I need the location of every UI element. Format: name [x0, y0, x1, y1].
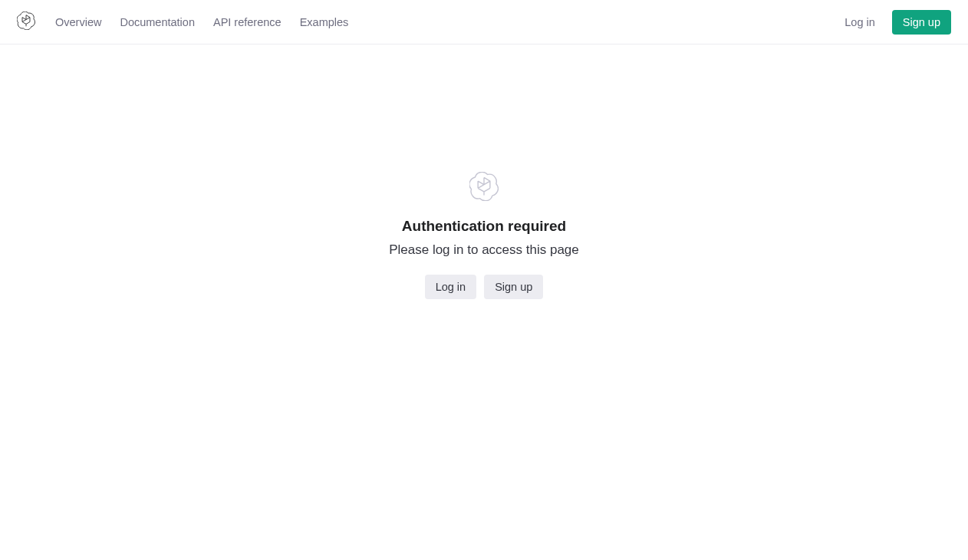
auth-required-panel: Authentication required Please log in to… [0, 172, 968, 299]
login-button[interactable]: Log in [425, 275, 477, 299]
openai-logo-icon [17, 12, 35, 33]
top-navbar: Overview Documentation API reference Exa… [0, 0, 968, 44]
auth-title: Authentication required [402, 218, 566, 235]
auth-subtitle: Please log in to access this page [389, 242, 579, 258]
signup-button[interactable]: Sign up [484, 275, 543, 299]
nav-right: Log in Sign up [845, 10, 951, 35]
nav-link-overview[interactable]: Overview [55, 16, 101, 28]
auth-button-row: Log in Sign up [425, 275, 544, 299]
nav-link-examples[interactable]: Examples [300, 16, 349, 28]
nav-link-documentation[interactable]: Documentation [120, 16, 195, 28]
nav-link-api-reference[interactable]: API reference [213, 16, 282, 28]
nav-signup-button[interactable]: Sign up [892, 10, 951, 35]
openai-logo-link[interactable] [17, 12, 35, 33]
openai-hero-icon [469, 172, 499, 204]
nav-left: Overview Documentation API reference Exa… [17, 12, 348, 33]
nav-login-button[interactable]: Log in [845, 16, 875, 28]
